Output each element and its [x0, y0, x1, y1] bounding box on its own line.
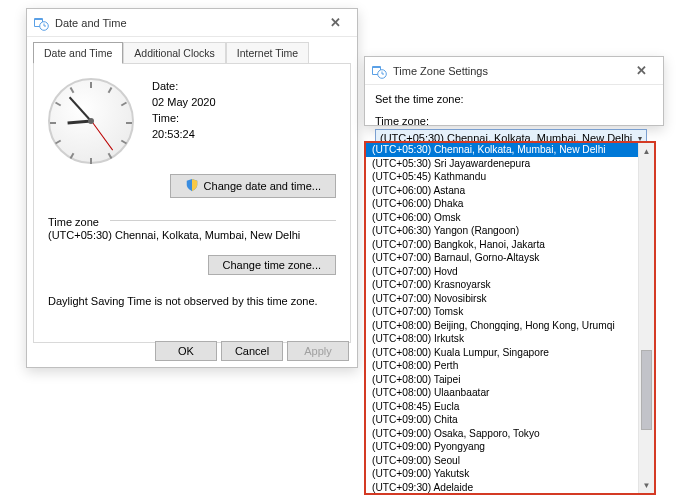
titlebar[interactable]: Time Zone Settings ✕ — [365, 57, 663, 85]
listbox[interactable]: (UTC+05:30) Chennai, Kolkata, Mumbai, Ne… — [366, 143, 638, 493]
timezone-option[interactable]: (UTC+08:00) Perth — [366, 359, 638, 373]
scroll-thumb[interactable] — [641, 350, 652, 430]
time-label: Time: — [152, 112, 216, 124]
timezone-option[interactable]: (UTC+09:30) Adelaide — [366, 481, 638, 494]
window-title: Date and Time — [55, 17, 315, 29]
cancel-button[interactable]: Cancel — [221, 341, 283, 361]
close-icon[interactable]: ✕ — [621, 60, 661, 82]
tab-additional-clocks[interactable]: Additional Clocks — [123, 42, 226, 64]
scrollbar[interactable]: ▲ ▼ — [638, 143, 654, 493]
timezone-option[interactable]: (UTC+08:00) Beijing, Chongqing, Hong Kon… — [366, 319, 638, 333]
timezone-option[interactable]: (UTC+07:00) Barnaul, Gorno-Altaysk — [366, 251, 638, 265]
apply-button[interactable]: Apply — [287, 341, 349, 361]
scroll-down-button[interactable]: ▼ — [639, 477, 654, 493]
timezone-option[interactable]: (UTC+07:00) Hovd — [366, 265, 638, 279]
second-hand — [91, 121, 113, 151]
timezone-option[interactable]: (UTC+09:00) Osaka, Sapporo, Tokyo — [366, 427, 638, 441]
time-zone-settings-window: Time Zone Settings ✕ Set the time zone: … — [364, 56, 664, 126]
date-and-time-window: Date and Time ✕ Date and Time Additional… — [26, 8, 358, 368]
timezone-section-label: Time zone — [48, 216, 336, 228]
timezone-option[interactable]: (UTC+09:00) Chita — [366, 413, 638, 427]
timezone-option[interactable]: (UTC+09:00) Yakutsk — [366, 467, 638, 481]
change-time-zone-button[interactable]: Change time zone... — [208, 255, 336, 275]
timezone-option[interactable]: (UTC+07:00) Bangkok, Hanoi, Jakarta — [366, 238, 638, 252]
analog-clock — [48, 78, 134, 164]
clock-calendar-icon — [371, 63, 387, 79]
timezone-option[interactable]: (UTC+07:00) Tomsk — [366, 305, 638, 319]
timezone-option[interactable]: (UTC+08:00) Irkutsk — [366, 332, 638, 346]
timezone-option[interactable]: (UTC+06:30) Yangon (Rangoon) — [366, 224, 638, 238]
change-time-zone-label: Change time zone... — [223, 259, 321, 271]
timezone-option[interactable]: (UTC+05:45) Kathmandu — [366, 170, 638, 184]
dialog-buttons: OK Cancel Apply — [155, 341, 349, 361]
timezone-option[interactable]: (UTC+07:00) Krasnoyarsk — [366, 278, 638, 292]
tab-panel: Date: 02 May 2020 Time: 20:53:24 Change … — [33, 63, 351, 343]
scroll-track[interactable] — [639, 159, 654, 477]
timezone-dropdown-list[interactable]: (UTC+05:30) Chennai, Kolkata, Mumbai, Ne… — [364, 141, 656, 495]
close-icon[interactable]: ✕ — [315, 12, 355, 34]
tab-internet-time[interactable]: Internet Time — [226, 42, 309, 64]
timezone-option[interactable]: (UTC+06:00) Omsk — [366, 211, 638, 225]
change-date-time-button[interactable]: Change date and time... — [170, 174, 336, 198]
scroll-up-button[interactable]: ▲ — [639, 143, 654, 159]
timezone-option[interactable]: (UTC+08:45) Eucla — [366, 400, 638, 414]
dst-note: Daylight Saving Time is not observed by … — [48, 295, 336, 307]
timezone-option[interactable]: (UTC+06:00) Dhaka — [366, 197, 638, 211]
tab-date-and-time[interactable]: Date and Time — [33, 42, 123, 64]
date-label: Date: — [152, 80, 216, 92]
time-value: 20:53:24 — [152, 128, 216, 140]
clock-calendar-icon — [33, 15, 49, 31]
shield-icon — [185, 178, 199, 194]
date-value: 02 May 2020 — [152, 96, 216, 108]
divider — [110, 220, 336, 221]
instruction-text: Set the time zone: — [375, 93, 653, 105]
window-title: Time Zone Settings — [393, 65, 621, 77]
titlebar[interactable]: Date and Time ✕ — [27, 9, 357, 37]
tab-bar: Date and Time Additional Clocks Internet… — [33, 41, 351, 63]
change-date-time-label: Change date and time... — [204, 180, 321, 192]
current-timezone: (UTC+05:30) Chennai, Kolkata, Mumbai, Ne… — [48, 229, 336, 241]
timezone-option[interactable]: (UTC+08:00) Kuala Lumpur, Singapore — [366, 346, 638, 360]
timezone-option[interactable]: (UTC+06:00) Astana — [366, 184, 638, 198]
timezone-option[interactable]: (UTC+09:00) Seoul — [366, 454, 638, 468]
timezone-option[interactable]: (UTC+05:30) Sri Jayawardenepura — [366, 157, 638, 171]
timezone-option[interactable]: (UTC+08:00) Taipei — [366, 373, 638, 387]
timezone-option[interactable]: (UTC+09:00) Pyongyang — [366, 440, 638, 454]
timezone-option[interactable]: (UTC+05:30) Chennai, Kolkata, Mumbai, Ne… — [366, 143, 638, 157]
timezone-option[interactable]: (UTC+07:00) Novosibirsk — [366, 292, 638, 306]
ok-button[interactable]: OK — [155, 341, 217, 361]
timezone-option[interactable]: (UTC+08:00) Ulaanbaatar — [366, 386, 638, 400]
timezone-field-label: Time zone: — [375, 115, 653, 127]
